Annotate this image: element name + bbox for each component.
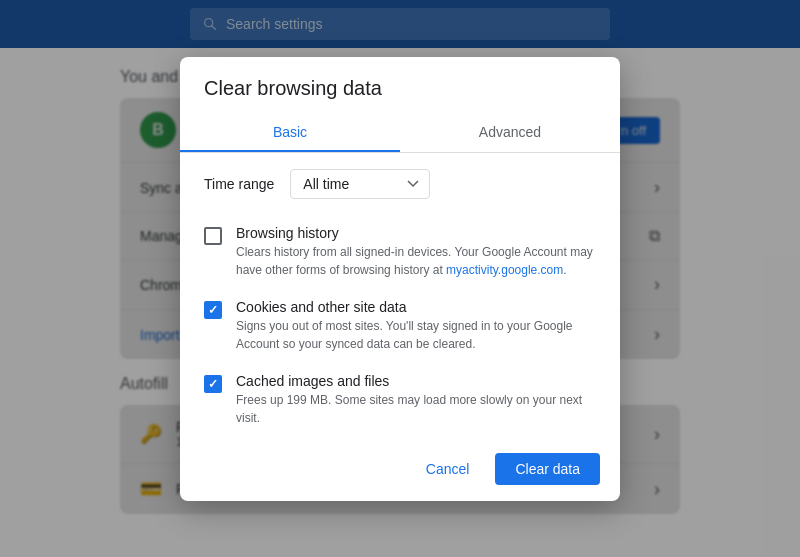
modal-overlay: Clear browsing data Basic Advanced Time … [0,0,800,557]
modal-footer: Cancel Clear data [180,437,620,501]
myactivity-link[interactable]: myactivity.google.com [446,263,563,277]
browsing-history-checkbox-wrap[interactable] [204,227,222,245]
cancel-button[interactable]: Cancel [410,453,486,485]
clear-data-button[interactable]: Clear data [495,453,600,485]
modal-tabs: Basic Advanced [180,112,620,153]
cookies-label: Cookies and other site data [236,299,596,315]
cached-desc: Frees up 199 MB. Some sites may load mor… [236,391,596,427]
modal-title: Clear browsing data [180,57,620,112]
browsing-history-item: Browsing history Clears history from all… [204,215,596,289]
cookies-text: Cookies and other site data Signs you ou… [236,299,596,353]
tab-basic[interactable]: Basic [180,112,400,152]
browsing-history-label: Browsing history [236,225,596,241]
cookies-checkbox[interactable] [204,301,222,319]
browsing-history-text: Browsing history Clears history from all… [236,225,596,279]
tab-advanced[interactable]: Advanced [400,112,620,152]
time-range-select[interactable]: Last hour Last 24 hours Last 7 days Last… [290,169,430,199]
modal-body: Browsing history Clears history from all… [180,215,620,437]
cached-checkbox-wrap[interactable] [204,375,222,393]
cached-checkbox[interactable] [204,375,222,393]
clear-browsing-data-modal: Clear browsing data Basic Advanced Time … [180,57,620,501]
browsing-history-desc: Clears history from all signed-in device… [236,243,596,279]
cookies-desc: Signs you out of most sites. You'll stay… [236,317,596,353]
cached-text: Cached images and files Frees up 199 MB.… [236,373,596,427]
cookies-item: Cookies and other site data Signs you ou… [204,289,596,363]
cached-label: Cached images and files [236,373,596,389]
time-range-row: Time range Last hour Last 24 hours Last … [180,153,620,215]
cached-item: Cached images and files Frees up 199 MB.… [204,363,596,437]
browsing-history-checkbox[interactable] [204,227,222,245]
cookies-checkbox-wrap[interactable] [204,301,222,319]
time-range-label: Time range [204,176,274,192]
